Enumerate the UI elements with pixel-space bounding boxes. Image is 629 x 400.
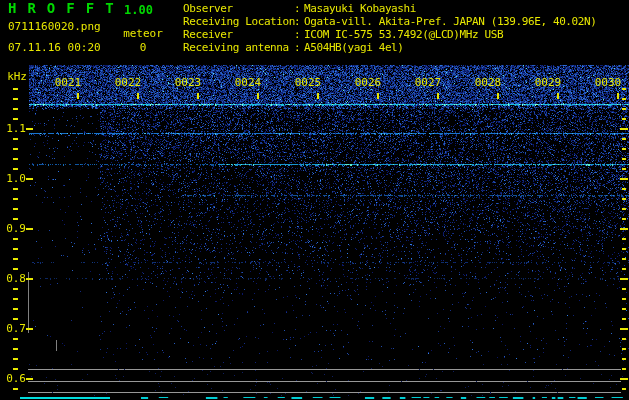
station-value: ICOM IC-575 53.7492(@LCD)MHz USB xyxy=(304,28,503,41)
station-row-antenna: Receiving antenna:A504HB(yagi 4el) xyxy=(183,41,596,54)
app-title: HROFFT xyxy=(8,2,125,15)
capture-filename: 0711160020.png xyxy=(8,20,101,33)
x-axis-label: 0030 xyxy=(591,76,625,89)
y-axis-label: 0.8 xyxy=(0,272,26,285)
y-axis-label: 0.9 xyxy=(0,222,26,235)
station-value: Ogata-vill. Akita-Pref. JAPAN (139.96E, … xyxy=(304,15,596,28)
meteor-label: meteor xyxy=(121,27,165,40)
y-axis-unit: kHz xyxy=(0,70,27,83)
station-info: Observer:Masayuki Kobayashi Receiving Lo… xyxy=(183,2,596,54)
x-axis-label: 0021 xyxy=(51,76,85,89)
x-axis-label: 0022 xyxy=(111,76,145,89)
station-row-receiver: Receiver:ICOM IC-575 53.7492(@LCD)MHz US… xyxy=(183,28,596,41)
y-axis-label: 0.6 xyxy=(0,372,26,385)
x-axis-label: 0025 xyxy=(291,76,325,89)
spectrogram-canvas xyxy=(0,0,629,400)
station-label: Receiving Location xyxy=(183,15,294,28)
station-label: Receiving antenna xyxy=(183,41,294,54)
capture-datetime: 07.11.16 00:20 xyxy=(8,41,101,54)
y-axis-label: 0.7 xyxy=(0,322,26,335)
station-value: Masayuki Kobayashi xyxy=(304,2,416,15)
x-axis-label: 0024 xyxy=(231,76,265,89)
app-version: 1.00 xyxy=(124,4,153,17)
meteor-count: 0 xyxy=(121,41,165,54)
x-axis-label: 0023 xyxy=(171,76,205,89)
station-separator: : xyxy=(294,15,304,28)
x-axis-label: 0028 xyxy=(471,76,505,89)
station-separator: : xyxy=(294,2,304,15)
station-row-location: Receiving Location:Ogata-vill. Akita-Pre… xyxy=(183,15,596,28)
station-label: Receiver xyxy=(183,28,294,41)
x-axis-label: 0029 xyxy=(531,76,565,89)
x-axis-label: 0026 xyxy=(351,76,385,89)
station-label: Observer xyxy=(183,2,294,15)
y-axis-label: 1.1 xyxy=(0,122,26,135)
station-separator: : xyxy=(294,28,304,41)
station-row-observer: Observer:Masayuki Kobayashi xyxy=(183,2,596,15)
hrofft-screen: HROFFT 1.00 0711160020.png meteor 0 07.1… xyxy=(0,0,629,400)
x-axis-label: 0027 xyxy=(411,76,445,89)
y-axis-label: 1.0 xyxy=(0,172,26,185)
station-value: A504HB(yagi 4el) xyxy=(304,41,404,54)
station-separator: : xyxy=(294,41,304,54)
